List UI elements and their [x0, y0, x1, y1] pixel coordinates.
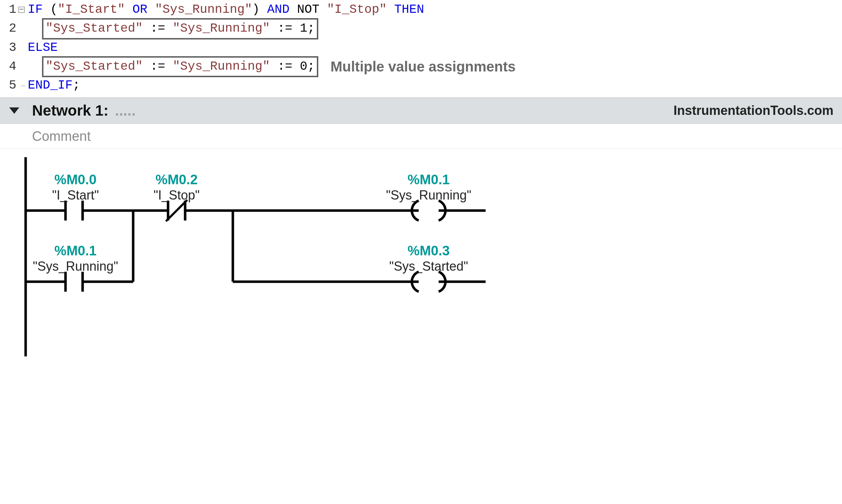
- boxed-assignment-1: "Sys_Started" := "Sys_Running" := 1 ;: [42, 18, 318, 39]
- kw-endif: END_IF: [28, 77, 73, 94]
- collapse-triangle-icon[interactable]: [9, 107, 19, 114]
- network-title: Network 1:: [32, 102, 109, 119]
- kw-and: AND: [267, 1, 289, 18]
- scl-code-editor[interactable]: 1 − IF ( "I_Start" OR "Sys_Running" ) AN…: [0, 0, 842, 97]
- network-title-placeholder[interactable]: .....: [115, 102, 136, 119]
- kw-if: IF: [28, 1, 43, 18]
- comment-placeholder: Comment: [32, 129, 91, 144]
- paren-open: (: [50, 1, 58, 18]
- semicolon: ;: [307, 58, 315, 75]
- var-sys-started: "Sys_Started": [46, 20, 143, 37]
- brand-label: InstrumentationTools.com: [674, 103, 833, 118]
- ladder-contact-i-stop[interactable]: %M0.2 "I_Stop": [153, 172, 200, 202]
- literal-0: 0: [300, 58, 307, 75]
- line-number: 1: [2, 1, 19, 18]
- semicolon: ;: [307, 20, 315, 37]
- line-number: 5: [2, 77, 19, 94]
- line-number: 3: [2, 39, 19, 56]
- kw-then: THEN: [394, 1, 424, 18]
- line-number: 4: [2, 58, 19, 75]
- fold-gutter[interactable]: −: [19, 7, 27, 13]
- network-header: Network 1: ..... InstrumentationTools.co…: [0, 97, 842, 124]
- var-i-start: "I_Start": [58, 1, 125, 18]
- assign-op: :=: [277, 20, 292, 37]
- annotation-text: Multiple value assignments: [330, 57, 516, 76]
- kw-or: OR: [132, 1, 147, 18]
- literal-1: 1: [300, 20, 307, 37]
- var-sys-started: "Sys_Started": [46, 58, 143, 75]
- boxed-assignment-2: "Sys_Started" := "Sys_Running" := 0 ;: [42, 56, 318, 77]
- semicolon: ;: [73, 77, 80, 94]
- code-line-4: 4 "Sys_Started" := "Sys_Running" := 0 ; …: [2, 56, 840, 77]
- network-comment-field[interactable]: Comment: [0, 124, 842, 149]
- code-line-3: 3 ELSE: [2, 39, 840, 56]
- line-number: 2: [2, 20, 19, 37]
- code-line-2: 2 "Sys_Started" := "Sys_Running" := 1 ;: [2, 18, 840, 39]
- ladder-coil-sys-started[interactable]: %M0.3 "Sys_Started": [389, 243, 468, 274]
- kw-else: ELSE: [28, 39, 58, 56]
- var-sys-running: "Sys_Running": [173, 20, 270, 37]
- kw-not: NOT: [297, 1, 319, 18]
- assign-op: :=: [150, 58, 165, 75]
- var-i-stop: "I_Stop": [327, 1, 387, 18]
- ladder-contact-i-start[interactable]: %M0.0 "I_Start": [52, 172, 99, 202]
- assign-op: :=: [150, 20, 165, 37]
- ladder-diagram[interactable]: %M0.0 "I_Start" %M0.2 "I_Stop" %M0.1 "Sy…: [23, 157, 828, 356]
- code-line-1: 1 − IF ( "I_Start" OR "Sys_Running" ) AN…: [2, 1, 840, 18]
- assign-op: :=: [277, 58, 292, 75]
- var-sys-running: "Sys_Running": [173, 58, 270, 75]
- ladder-coil-sys-running[interactable]: %M0.1 "Sys_Running": [386, 172, 471, 202]
- fold-minus-icon[interactable]: −: [19, 7, 25, 13]
- code-line-5: 5 END_IF ;: [2, 77, 840, 94]
- var-sys-running: "Sys_Running": [155, 1, 252, 18]
- ladder-contact-sys-running[interactable]: %M0.1 "Sys_Running": [33, 243, 118, 274]
- paren-close: ): [252, 1, 260, 18]
